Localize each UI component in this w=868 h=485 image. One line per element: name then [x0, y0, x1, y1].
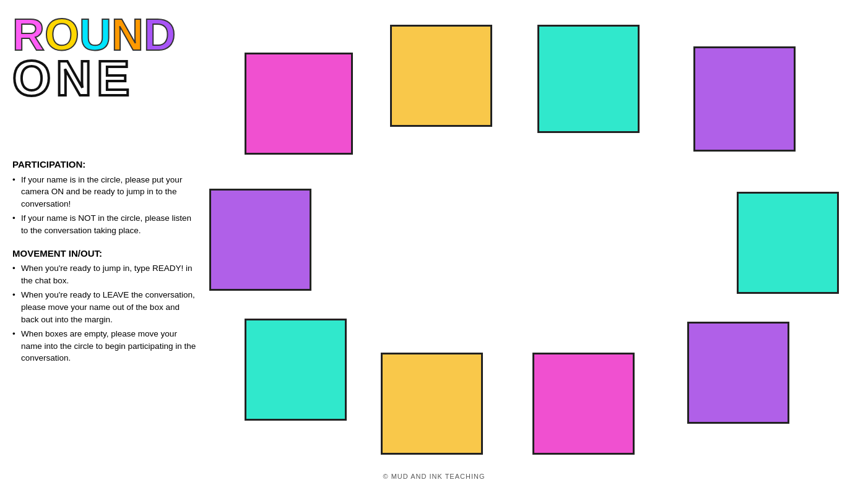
color-box-1[interactable]: [245, 53, 353, 155]
movement-item-2: When you're ready to LEAVE the conversat…: [12, 289, 198, 325]
color-box-10[interactable]: [687, 322, 789, 424]
participation-heading: PARTICIPATION:: [12, 158, 198, 171]
color-box-2[interactable]: [390, 25, 492, 127]
color-box-6[interactable]: [737, 192, 839, 294]
boxes-area: [198, 0, 868, 485]
one-title: ONE: [12, 54, 198, 103]
participation-item-1: If your name is in the circle, please pu…: [12, 174, 198, 210]
participation-item-2: If your name is NOT in the circle, pleas…: [12, 212, 198, 236]
color-box-5[interactable]: [209, 189, 311, 291]
movement-heading: MOVEMENT IN/OUT:: [12, 247, 198, 260]
letter-d: D: [144, 12, 176, 57]
movement-list: When you're ready to jump in, type READY…: [12, 262, 198, 364]
participation-list: If your name is in the circle, please pu…: [12, 174, 198, 237]
color-box-8[interactable]: [381, 353, 483, 455]
watermark: © MUD AND INK TEACHING: [383, 473, 485, 480]
movement-item-1: When you're ready to jump in, type READY…: [12, 262, 198, 286]
title-area: R O U N D ONE: [12, 12, 198, 103]
color-box-3[interactable]: [537, 25, 640, 133]
color-box-4[interactable]: [693, 46, 796, 152]
instructions-panel: PARTICIPATION: If your name is in the ci…: [12, 158, 198, 374]
color-box-7[interactable]: [245, 319, 347, 421]
movement-item-3: When boxes are empty, please move your n…: [12, 328, 198, 364]
color-box-9[interactable]: [532, 353, 635, 455]
